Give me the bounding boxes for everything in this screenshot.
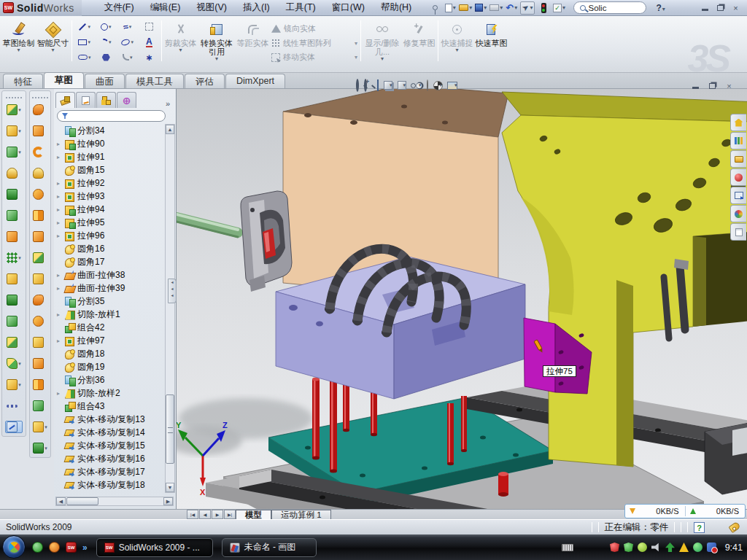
start-button[interactable] [2, 535, 26, 559]
surface-tool-button[interactable]: ▾ [33, 400, 47, 412]
tree-item[interactable]: 拉伸91 [55, 150, 166, 163]
sketch-fillet-tool[interactable]: ▾ [117, 50, 139, 64]
display-delete-relations-button[interactable]: 显示/删除几...▾ [363, 18, 402, 63]
tree-item[interactable]: 组合42 [55, 321, 166, 334]
tray-health-icon[interactable] [693, 542, 703, 552]
expand-arrow-icon[interactable] [57, 193, 63, 200]
feature-tool-button[interactable]: ▾ [7, 146, 21, 158]
feature-tool-button[interactable]: ▾ [7, 252, 21, 264]
expand-arrow-icon[interactable] [57, 272, 63, 279]
move-entities-button[interactable]: 移动实体▾ [270, 51, 359, 63]
tray-warning-icon[interactable] [679, 542, 689, 552]
section-view-button[interactable] [377, 80, 379, 90]
scroll-up-button[interactable] [166, 125, 174, 134]
surface-tool-button[interactable]: ▾ [33, 188, 47, 201]
options-button[interactable]: ✓ [552, 1, 565, 14]
quicklaunch-messenger-icon[interactable] [32, 542, 43, 553]
tree-item[interactable]: 实体-移动/复制14 [55, 426, 166, 439]
tree-item[interactable]: 拉伸94 [55, 203, 166, 216]
surface-tool-button[interactable]: ▾ [33, 209, 47, 222]
prev-sheet-button[interactable]: ◀ [199, 510, 211, 519]
tree-filter-input[interactable] [57, 110, 166, 122]
new-document-button[interactable] [444, 1, 457, 14]
menu-item[interactable]: 工具(T) [279, 0, 322, 15]
taskbar-item-solidworks[interactable]: SW SolidWorks 2009 - ... [96, 538, 213, 557]
close-button[interactable]: × [730, 3, 741, 12]
edit-appearance-button[interactable] [427, 80, 428, 90]
panel-more-chevron[interactable]: » [166, 99, 174, 108]
rectangle-tool[interactable]: ▾ [74, 35, 96, 49]
tray-volume-icon[interactable] [651, 542, 661, 552]
tree-item[interactable]: 拉伸92 [55, 176, 166, 190]
tree-item[interactable]: 实体-移动/复制15 [55, 439, 166, 452]
tree-item[interactable]: 分割34 [55, 124, 166, 137]
surface-tool-button[interactable]: ▾ [33, 378, 47, 391]
feature-tool-button[interactable]: ▾ [5, 421, 23, 433]
tree-item[interactable]: 分割36 [55, 373, 166, 386]
command-tab[interactable]: 模具工具 [125, 74, 184, 88]
3d-model-canvas[interactable]: Y Z X [177, 89, 747, 509]
doc-minimize-button[interactable] [690, 81, 701, 90]
scroll-down-button[interactable] [166, 483, 174, 492]
tab-custom-properties[interactable] [730, 223, 746, 241]
quicklaunch-overflow-chevron[interactable]: » [82, 542, 88, 553]
surface-tool-button[interactable]: ▾ [33, 104, 47, 116]
tree-item[interactable]: 拉伸95 [55, 216, 166, 229]
tree-item[interactable]: 圆角19 [55, 360, 166, 373]
tab-design-library[interactable] [730, 132, 746, 149]
surface-tool-button[interactable]: ▾ [33, 252, 47, 264]
scroll-right-button[interactable] [163, 497, 173, 505]
surface-tool-button[interactable]: ▾ [33, 336, 47, 349]
print-button[interactable] [489, 1, 503, 14]
surface-tool-button[interactable]: ▾ [33, 294, 47, 306]
menu-item[interactable]: 视图(V) [190, 0, 233, 15]
tree-item[interactable]: 组合43 [55, 400, 166, 413]
line-tool[interactable]: ▾ [74, 20, 96, 34]
feature-tool-button[interactable]: ▾ [7, 378, 21, 391]
tab-search[interactable] [730, 168, 746, 186]
tree-item[interactable]: 圆角15 [55, 163, 166, 176]
scroll-left-button[interactable] [56, 497, 66, 505]
tab-appearances[interactable] [730, 205, 746, 222]
ellipse-tool[interactable]: ▾ [117, 35, 139, 49]
surface-tool-button[interactable]: ▾ [33, 273, 47, 285]
tree-item[interactable]: 拉伸97 [55, 334, 166, 347]
rapid-sketch-button[interactable]: 快速草图 [474, 18, 508, 63]
smart-dimension-button[interactable]: 智能尺寸▾ [36, 18, 70, 63]
tab-solidworks-resources[interactable] [730, 114, 746, 131]
tray-antivirus-icon[interactable] [610, 542, 619, 552]
tab-configuration-manager[interactable] [96, 92, 116, 108]
linear-pattern-button[interactable]: 线性草图阵列▾ [270, 37, 359, 50]
first-sheet-button[interactable]: |◀ [187, 510, 198, 519]
tray-security-icon[interactable] [624, 542, 633, 552]
tree-item[interactable]: 实体-移动/复制16 [55, 452, 166, 465]
search-input[interactable]: Solic [573, 1, 646, 14]
surface-tool-button[interactable]: ▾ [33, 357, 47, 370]
view-orientation-button[interactable]: ▾ [384, 81, 392, 90]
tab-view-palette[interactable] [730, 187, 746, 204]
tab-dimxpert-manager[interactable]: ⊕ [117, 92, 136, 108]
expand-arrow-icon[interactable] [57, 154, 63, 160]
select-tool-button[interactable]: ➤ [520, 1, 535, 15]
tree-item[interactable]: 实体-移动/复制13 [55, 413, 166, 426]
menu-item[interactable]: 插入(I) [236, 0, 276, 15]
help-button[interactable]: ? [656, 3, 665, 13]
tag-icon[interactable] [728, 521, 740, 533]
graphics-viewport[interactable]: Y Z X 拉伸75 [177, 89, 747, 509]
tree-horizontal-scrollbar[interactable] [55, 497, 174, 506]
surface-tool-button[interactable]: ▾ [33, 442, 47, 454]
tree-item[interactable]: 拉伸93 [55, 190, 166, 203]
expand-arrow-icon[interactable] [57, 390, 63, 397]
circle-tool[interactable]: ▾ [96, 20, 117, 34]
selection-box-tool[interactable] [139, 20, 160, 34]
tree-item[interactable]: 切除-放样1 [55, 308, 166, 321]
quicklaunch-solidworks-icon[interactable]: SW [66, 542, 77, 553]
menu-item[interactable]: 文件(F) [98, 0, 141, 15]
command-tab[interactable]: 曲面 [85, 74, 125, 88]
menu-item[interactable]: 帮助(H) [374, 0, 418, 15]
surface-tool-button[interactable]: ▾ [33, 421, 47, 433]
view-settings-button[interactable]: ▾ [447, 82, 457, 90]
next-sheet-button[interactable]: ▶ [212, 510, 223, 519]
display-style-button[interactable]: ▾ [398, 81, 406, 90]
feature-tool-button[interactable]: ▾ [7, 209, 21, 222]
